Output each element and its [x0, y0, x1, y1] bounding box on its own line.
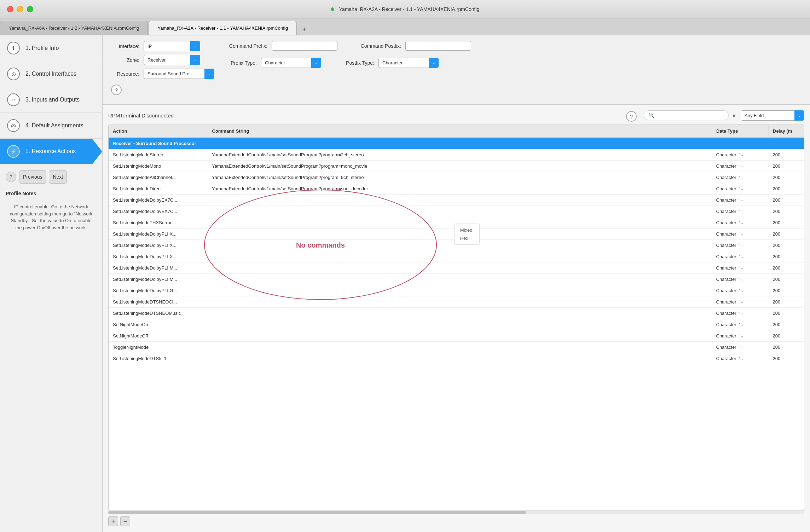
close-button[interactable] [7, 6, 13, 12]
data-type-cell: Character ⌃⌄ [712, 262, 769, 274]
delay-cell: 200 [769, 172, 804, 183]
table-row[interactable]: SetNightModeOn Character ⌃⌄ 200 [109, 319, 804, 330]
field-selector-wrapper: Any Field ⌄ [741, 110, 804, 121]
tab-2-label: Yamaha_RX-A2A - Receiver - 1.1 - YAMAHA4… [157, 25, 288, 31]
minimize-button[interactable] [17, 6, 23, 12]
search-input[interactable] [656, 113, 724, 118]
tab-bar: Yamaha_RX-A6A - Receiver - 1.2 - YAMAHA4… [0, 18, 810, 35]
maximize-button[interactable] [27, 6, 33, 12]
action-cell: SetListeningModeMono [109, 161, 208, 172]
search-box: 🔍 [644, 110, 729, 120]
tab-1-label: Yamaha_RX-A6A - Receiver - 1.2 - YAMAHA4… [9, 25, 139, 31]
table-group-row[interactable]: Receiver - Surround Sound Processor [109, 138, 804, 149]
interface-select[interactable]: IP [144, 41, 200, 51]
sidebar-item-inputs-outputs[interactable]: ↔ 3. Inputs and Outputs [0, 87, 102, 113]
delay-cell: 200 [769, 195, 804, 206]
command-string-cell [208, 262, 712, 274]
sort-arrows-icon: ⌃⌄ [738, 153, 744, 157]
action-cell: SetListeningModeDolbyEX7C... [109, 206, 208, 217]
in-label: in [733, 113, 736, 118]
sidebar-item-default-assignments[interactable]: ◎ 4. Default Assignments [0, 113, 102, 139]
command-prefix-label: Command Prefix: [221, 43, 267, 49]
zone-select[interactable]: Receiver [144, 55, 200, 65]
resource-row: Resource: Surround Sound Pro... ⌄ [111, 69, 214, 79]
sidebar-item-label: 5. Resource Actions [25, 148, 76, 155]
table-header-row: Action Command String Data Type Delay (m [109, 125, 804, 138]
form-help-button[interactable]: ? [111, 85, 122, 95]
prefix-type-select-wrapper: Character ⌄ [261, 58, 321, 68]
tab-2[interactable]: Yamaha_RX-A2A - Receiver - 1.1 - YAMAHA4… [149, 21, 296, 35]
sidebar-item-resource-actions[interactable]: ⚡ 5. Resource Actions [0, 139, 102, 164]
table-status: RPMTerminal Disconnected [108, 112, 622, 118]
next-button[interactable]: Next [49, 170, 67, 184]
table-row[interactable]: SetListeningModeDolbyPLIIM... Character … [109, 262, 804, 274]
table-help-button[interactable]: ? [626, 111, 637, 122]
action-cell: SetListeningModeDTS5_1 [109, 353, 208, 364]
table-row[interactable]: SetListeningModeDolbyPLIIX... Character … [109, 229, 804, 240]
command-prefix-row: Command Prefix: [221, 41, 337, 51]
prefix-type-select[interactable]: Character [261, 58, 321, 68]
table-row[interactable]: ToggleNightMode Character ⌃⌄ 200 [109, 342, 804, 353]
table-row[interactable]: SetListeningModeDTSNEOCi... Character ⌃⌄… [109, 296, 804, 308]
table-container[interactable]: Action Command String Data Type Delay (m… [108, 125, 804, 510]
table-row[interactable]: SetListeningModeDTSNEOMusic Character ⌃⌄… [109, 308, 804, 319]
help-button[interactable]: ? [6, 172, 16, 182]
delay-cell: 200 [769, 251, 804, 262]
sort-arrows-icon: ⌃⌄ [738, 266, 744, 270]
table-row[interactable]: SetListeningModeDirect YamahaExtendedCon… [109, 183, 804, 195]
table-row[interactable]: SetListeningModeStereo YamahaExtendedCon… [109, 149, 804, 161]
resource-select[interactable]: Surround Sound Pro... [144, 69, 214, 79]
sidebar-item-profile-info[interactable]: ℹ 1. Profile Info [0, 35, 102, 61]
table-row[interactable]: SetListeningModeDTS5_1 Character ⌃⌄ 200 [109, 353, 804, 364]
command-prefix-input[interactable] [272, 41, 337, 51]
action-cell: SetListeningModeDTSNEOCi... [109, 296, 208, 308]
field-selector[interactable]: Any Field [741, 110, 804, 121]
table-row[interactable]: SetListeningModeDolbyPLIIM... Character … [109, 274, 804, 285]
table-row[interactable]: SetNightModeOff Character ⌃⌄ 200 [109, 330, 804, 342]
data-type-cell: Character ⌃⌄ [712, 217, 769, 229]
table-row[interactable]: SetListeningModeDolbyPLIIX... Character … [109, 251, 804, 262]
search-icon: 🔍 [648, 112, 654, 118]
table-row[interactable]: SetListeningModeDolbyEX7C... Character ⌃… [109, 195, 804, 206]
control-interfaces-icon: ⊙ [7, 68, 20, 80]
sort-arrows-icon: ⌃⌄ [738, 311, 744, 315]
interface-row: Interface: IP ⌄ [111, 41, 214, 51]
data-type-cell: Character ⌃⌄ [712, 229, 769, 240]
action-cell: SetListeningModeDolbyPLIIM... [109, 274, 208, 285]
horizontal-scrollbar[interactable] [108, 510, 804, 514]
data-type-cell: Character ⌃⌄ [712, 251, 769, 262]
table-row[interactable]: SetListeningModeMono YamahaExtendedContr… [109, 161, 804, 172]
delay-cell: 200 [769, 274, 804, 285]
forms-container: Interface: IP ⌄ Zone: Receiver [111, 41, 802, 99]
postfix-type-select[interactable]: Character [378, 58, 439, 68]
column-command-string: Command String [208, 125, 712, 138]
table-row[interactable]: SetListeningModeDolbyPLIIG... Character … [109, 285, 804, 296]
command-string-cell [208, 206, 712, 217]
add-row-button[interactable]: + [108, 516, 118, 526]
table-row[interactable]: SetListeningModeAllChannel... YamahaExte… [109, 172, 804, 183]
command-string-cell: YamahaExtendedControl/v1/main/setSoundPr… [208, 172, 712, 183]
table-row[interactable]: SetListeningModeDolbyEX7C... Character ⌃… [109, 206, 804, 217]
command-string-cell [208, 308, 712, 319]
previous-button[interactable]: Previous [19, 170, 46, 184]
delay-cell: 200 [769, 229, 804, 240]
window-title: Yamaha_RX-A2A - Receiver - 1.1 - YAMAHA4… [339, 6, 480, 12]
sidebar-item-label: 2. Control Interfaces [25, 71, 76, 77]
command-postfix-input[interactable] [405, 41, 471, 51]
action-cell: SetNightModeOn [109, 319, 208, 330]
table-footer: + − [108, 514, 804, 526]
table-row[interactable]: SetListeningModeDolbyPLIIX... Character … [109, 240, 804, 251]
data-type-cell: Character ⌃⌄ [712, 342, 769, 353]
table-row[interactable]: SetListeningModeTHXSurrou... Character ⌃… [109, 217, 804, 229]
delay-cell: 200 [769, 217, 804, 229]
inputs-outputs-icon: ↔ [7, 93, 20, 106]
command-string-cell [208, 285, 712, 296]
add-tab-button[interactable]: + [299, 24, 310, 35]
group-row-label: Receiver - Surround Sound Processor [109, 138, 804, 149]
interface-label: Interface: [111, 44, 139, 49]
sidebar-item-control-interfaces[interactable]: ⊙ 2. Control Interfaces [0, 61, 102, 87]
sort-arrows-icon: ⌃⌄ [738, 164, 744, 168]
remove-row-button[interactable]: − [120, 516, 130, 526]
data-type-cell: Character ⌃⌄ [712, 319, 769, 330]
tab-1[interactable]: Yamaha_RX-A6A - Receiver - 1.2 - YAMAHA4… [0, 21, 148, 35]
